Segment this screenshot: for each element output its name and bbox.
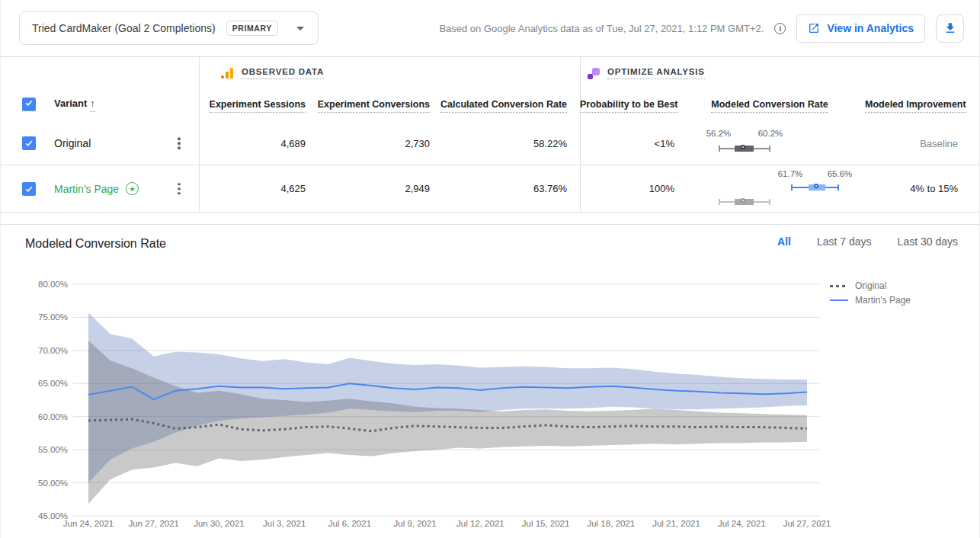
chevron-down-icon	[296, 27, 304, 30]
y-tick-label: 75.00%	[38, 312, 68, 322]
variant-table: OBSERVED DATA OPTIMIZE ANALYSIS Variant …	[1, 57, 979, 213]
tab-all[interactable]: All	[777, 235, 791, 248]
sessions-value: 4,625	[199, 183, 306, 194]
x-tick-label: Jul 18, 2021	[587, 519, 635, 528]
download-icon	[943, 21, 957, 35]
x-tick-label: Jun 27, 2021	[128, 519, 179, 528]
row-menu-button[interactable]	[175, 180, 184, 198]
ci-low-label: 61.7%	[778, 169, 803, 178]
optimize-analysis-label: OPTIMIZE ANALYSIS	[607, 67, 705, 79]
observed-data-label: OBSERVED DATA	[242, 67, 324, 79]
improvement-column-header: Modeled Improvement	[865, 99, 980, 110]
ci-high-label: 60.2%	[758, 129, 783, 138]
conversions-column-header: Experiment Conversions	[306, 99, 430, 110]
select-all-checkbox[interactable]	[22, 98, 36, 111]
x-tick-label: Jun 24, 2021	[63, 519, 114, 528]
view-in-analytics-button[interactable]: View in Analytics	[796, 14, 925, 43]
variant-name: Original	[54, 137, 91, 149]
y-tick-label: 50.00%	[38, 479, 68, 488]
download-button[interactable]	[936, 14, 964, 43]
y-tick-label: 60.00%	[38, 412, 68, 421]
table-row-original: Original 4,689 2,730 58.22% <1% 56.2% 60…	[1, 122, 979, 165]
top-bar: Tried CardMaker (Goal 2 Completions) PRI…	[1, 0, 979, 57]
variant-name-cell: Martin's Page ★	[1, 182, 199, 196]
row-menu-button[interactable]	[175, 134, 184, 152]
probability-value: <1%	[580, 138, 674, 149]
optimize-report-page: Tried CardMaker (Goal 2 Completions) PRI…	[0, 0, 980, 538]
calc-rate-value: 58.22%	[430, 138, 567, 149]
calc-rate-value: 63.76%	[430, 183, 567, 194]
tab-last-7-days[interactable]: Last 7 days	[817, 235, 872, 248]
errorbar-original	[719, 144, 770, 153]
observed-data-section-label: OBSERVED DATA	[221, 67, 324, 79]
probability-column-header: Probability to be Best	[580, 99, 674, 110]
column-headers-row: Variant ↑ Experiment Sessions Experiment…	[1, 87, 979, 122]
modeled-rate-errorbar: 56.2% 60.2%	[674, 128, 865, 159]
metric-selector-dropdown[interactable]: Tried CardMaker (Goal 2 Completions) PRI…	[19, 11, 319, 45]
sessions-column-header: Experiment Sessions	[199, 99, 306, 110]
x-tick-label: Jul 24, 2021	[718, 519, 766, 528]
leader-star-icon: ★	[126, 182, 139, 195]
y-tick-label: 70.00%	[38, 346, 68, 355]
table-header: OBSERVED DATA OPTIMIZE ANALYSIS Variant …	[1, 57, 979, 122]
y-tick-label: 80.00%	[38, 280, 68, 289]
x-tick-label: Jul 21, 2021	[652, 519, 700, 528]
modeled-conversion-rate-chart: 45.00%50.00%55.00%60.00%65.00%70.00%75.0…	[1, 273, 980, 536]
info-icon[interactable]: i	[774, 23, 786, 34]
modeled-rate-errorbar: 61.7% 65.6%	[674, 169, 865, 209]
section-divider	[1, 213, 979, 225]
x-tick-label: Jul 9, 2021	[394, 519, 437, 528]
ci-low-label: 56.2%	[706, 129, 732, 138]
check-icon	[24, 98, 34, 107]
errorbar-original-reference	[719, 197, 770, 207]
check-icon	[24, 184, 34, 194]
tab-last-30-days[interactable]: Last 30 days	[898, 235, 958, 248]
modeled-rate-column-header: Modeled Conversion Rate	[674, 99, 865, 110]
external-link-icon	[808, 22, 820, 34]
sessions-value: 4,689	[199, 138, 306, 149]
improvement-value: 4% to 15%	[865, 183, 979, 194]
calc-rate-column-header: Calculated Conversion Rate	[430, 99, 567, 110]
table-row-martins-page: Martin's Page ★ 4,625 2,949 63.76% 100% …	[1, 165, 979, 213]
probability-value: 100%	[580, 183, 674, 194]
x-tick-label: Jul 12, 2021	[456, 519, 504, 528]
improvement-value: Baseline	[865, 138, 979, 149]
conversions-value: 2,730	[306, 138, 430, 149]
data-freshness-caption: Based on Google Analytics data as of Tue…	[439, 23, 764, 34]
variant-column-header[interactable]: Variant	[54, 98, 87, 111]
x-tick-label: Jul 15, 2021	[522, 519, 570, 528]
check-icon	[24, 139, 34, 148]
chart-title: Modeled Conversion Rate	[25, 237, 166, 251]
y-tick-label: 55.00%	[38, 445, 68, 454]
x-tick-label: Jun 30, 2021	[194, 519, 245, 528]
variant-header-cell: Variant ↑	[1, 98, 199, 112]
optimize-logo-icon	[588, 68, 600, 79]
variant-name: Martin's Page	[54, 183, 119, 195]
row-checkbox[interactable]	[22, 136, 36, 150]
view-in-analytics-label: View in Analytics	[827, 22, 914, 34]
x-tick-label: Jul 27, 2021	[783, 519, 831, 528]
errorbar-martins-page	[791, 183, 839, 192]
variant-name-cell: Original	[1, 136, 199, 150]
date-range-tabs: All Last 7 days Last 30 days	[777, 235, 958, 248]
sort-ascending-icon: ↑	[90, 98, 95, 112]
ci-high-label: 65.6%	[828, 169, 853, 178]
x-tick-label: Jul 3, 2021	[263, 519, 306, 528]
primary-badge: PRIMARY	[226, 21, 278, 36]
row-checkbox[interactable]	[22, 182, 36, 196]
y-tick-label: 65.00%	[38, 379, 68, 388]
metric-selector-label: Tried CardMaker (Goal 2 Completions)	[32, 22, 216, 34]
optimize-analysis-section-label: OPTIMIZE ANALYSIS	[588, 67, 705, 79]
conversions-value: 2,949	[306, 183, 430, 194]
x-tick-label: Jul 6, 2021	[328, 519, 371, 528]
analytics-bars-icon	[221, 68, 234, 79]
top-bar-right: Based on Google Analytics data as of Tue…	[439, 14, 964, 43]
modeled-conversion-rate-card: Modeled Conversion Rate All Last 7 days …	[1, 225, 979, 537]
